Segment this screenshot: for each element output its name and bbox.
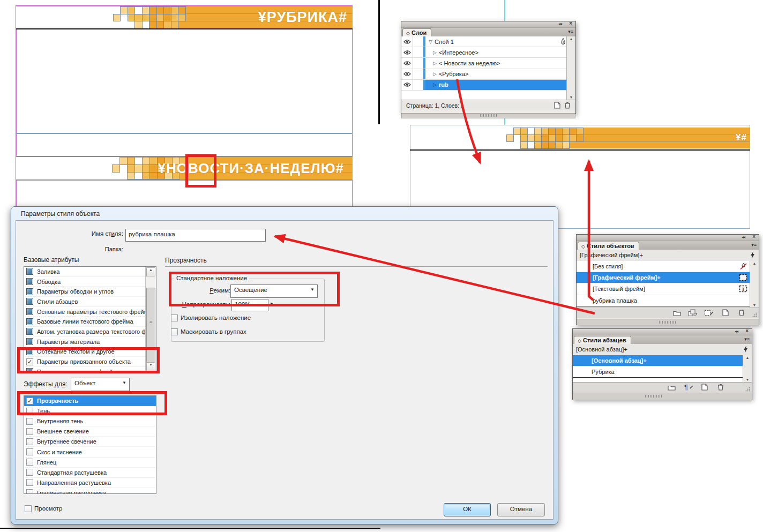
collapse-panel-icon[interactable]: ◂◂ [558,21,562,26]
ruler-guide[interactable] [504,0,505,21]
lock-cell[interactable] [413,58,423,68]
effect-checkbox[interactable] [26,408,33,415]
layer-name[interactable]: Слой 1 [435,39,454,45]
effect-row[interactable]: Скос и тиснение [24,447,156,457]
effect-row[interactable]: Градиентная растушевка [24,488,156,494]
close-panel-icon[interactable]: × [569,20,572,26]
attribute-row[interactable]: Автом. установка размера текстового фрей… [24,327,146,337]
clear-overrides-icon[interactable] [688,309,698,317]
expand-triangle-icon[interactable]: ▷ [433,50,437,55]
attributes-scrollbar[interactable]: ▲ ≡ ▼ [145,267,156,372]
attribute-row[interactable]: Параметры подложки фрейма [24,367,146,372]
delete-style-trash-icon[interactable] [717,383,724,391]
style-name[interactable]: рубрика плашка [593,297,637,304]
effect-checkbox[interactable] [26,418,33,425]
attribute-row[interactable]: Параметры обводки и углов [24,287,146,297]
effect-row[interactable]: Направленная растушевка [24,478,156,488]
attribute-row[interactable]: Параметры материала [24,337,146,347]
tab-paragraph-styles[interactable]: ◇ Стили абзацев [574,336,631,344]
object-styles-scrollbar[interactable]: ▲ ▼ [750,261,759,308]
style-row[interactable]: [Текстовый фрейм] T [577,283,759,295]
style-row[interactable]: Рубрика [573,366,752,378]
create-new-style-icon[interactable] [722,309,729,316]
collapse-panel-icon[interactable]: ◂◂ [742,235,745,239]
layer-name[interactable]: rub [439,81,448,88]
style-name-input[interactable]: рубрика плашка [125,229,266,242]
fragment-plaque[interactable]: ¥# [506,128,750,148]
effect-row[interactable]: Внутренняя тень [24,416,156,426]
opacity-flyout-icon[interactable]: ▸ [271,301,273,306]
scroll-down-icon[interactable]: ▼ [750,303,759,307]
ok-button[interactable]: ОК [444,503,491,516]
cancel-button[interactable]: Отмена [497,503,545,516]
effect-checkbox[interactable] [26,448,33,455]
new-paragraph-style-icon[interactable]: ¶ [684,383,694,391]
style-group-folder-icon[interactable] [673,310,681,316]
effect-row-transparency[interactable]: ✓Прозрачность [24,396,156,406]
visibility-eye-icon[interactable] [401,69,413,79]
opacity-input[interactable]: 100% [231,299,268,311]
attribute-row[interactable]: Заливка [24,267,146,277]
attribute-enabled-chip[interactable] [26,308,33,315]
lock-cell[interactable] [413,80,423,90]
expand-triangle-icon[interactable]: ▷ [433,71,437,77]
scroll-up-icon[interactable]: ▲ [743,356,752,359]
visibility-eye-icon[interactable] [401,36,413,47]
effect-row[interactable]: Тень [24,406,156,416]
style-name[interactable]: Рубрика [592,369,615,375]
attribute-row-anchored-object[interactable]: ✓Параметры привязанного объекта [24,357,146,367]
delete-layer-trash-icon[interactable] [564,101,571,109]
new-style-from-frame-icon[interactable] [704,309,714,317]
expand-triangle-icon[interactable]: ▷ [433,61,437,66]
style-name[interactable]: [Без стиля] [593,263,623,269]
style-name[interactable]: [Текстовый фрейм] [593,286,645,292]
visibility-eye-icon[interactable] [401,47,413,57]
layer-row[interactable]: ▷ <Интересное> [401,47,575,58]
effects-target-dropdown[interactable]: Объект ▼ [71,378,130,391]
current-object-style[interactable]: [Графический фрейм]+ [577,250,759,261]
resize-grip-icon[interactable] [752,312,757,317]
lock-cell[interactable] [413,47,423,57]
visibility-eye-icon[interactable] [401,58,413,68]
attribute-row[interactable]: Обводка [24,277,146,287]
attribute-row[interactable]: Стили абзацев [24,297,146,307]
layer-name[interactable]: <Интересное> [439,49,478,56]
style-row[interactable]: [Без стиля] [577,261,759,272]
current-paragraph-style[interactable]: [Основной абзац]+ [573,344,752,356]
scroll-down-icon[interactable]: ▼ [567,95,575,99]
style-row[interactable]: рубрика плашка [577,295,759,306]
create-new-style-icon[interactable] [701,384,708,391]
collapse-panel-icon[interactable]: ◂◂ [735,329,738,334]
layer-row-selected[interactable]: ▷ rub [401,80,575,91]
attribute-enabled-chip[interactable] [26,298,33,305]
layer-name[interactable]: < Новости за неделю> [439,60,500,66]
style-name[interactable]: [Графический фрейм]+ [593,274,661,281]
tab-layers[interactable]: ◇ Слои [402,28,431,36]
delete-style-trash-icon[interactable] [738,309,745,316]
panel-drag-strip[interactable] [577,319,759,325]
panel-menu-icon[interactable]: ▾≡ [568,29,573,34]
effect-checkbox[interactable] [26,469,33,476]
effect-checkbox[interactable] [26,438,33,445]
effect-checkbox[interactable] [26,479,33,486]
expand-triangle-icon[interactable]: ▽ [429,39,432,44]
effect-row[interactable]: Стандартная растушевка [24,468,156,478]
scroll-down-icon[interactable]: ▼ [743,378,752,381]
attribute-row[interactable]: Базовые линии текстового фрейма [24,317,146,327]
style-row-selected[interactable]: [Основной абзац]+ [573,355,752,366]
resize-grip-icon[interactable] [745,387,750,392]
tab-object-styles[interactable]: ◇ Стили объектов [578,242,639,250]
effect-checkbox[interactable] [26,428,33,435]
effect-row[interactable]: Внутреннее свечение [24,437,156,447]
effect-checkbox-checked[interactable]: ✓ [26,398,33,404]
rubrika-plaque[interactable]: ¥РУБРИКА# [16,6,353,28]
paragraph-styles-scrollbar[interactable]: ▲ ▼ [743,355,752,382]
scroll-up-icon[interactable]: ▲ [567,37,575,41]
layer-row[interactable]: ▽ Слой 1 [401,36,575,47]
panel-menu-icon[interactable]: ▾≡ [744,336,750,342]
scroll-up-button[interactable]: ▲ [146,267,155,276]
effect-row[interactable]: Внешнее свечение [24,426,156,437]
preview-checkbox[interactable] [25,505,32,512]
attribute-row[interactable]: Обтекание текстом и другое [24,347,146,357]
quick-apply-lightning-icon[interactable] [750,251,755,259]
